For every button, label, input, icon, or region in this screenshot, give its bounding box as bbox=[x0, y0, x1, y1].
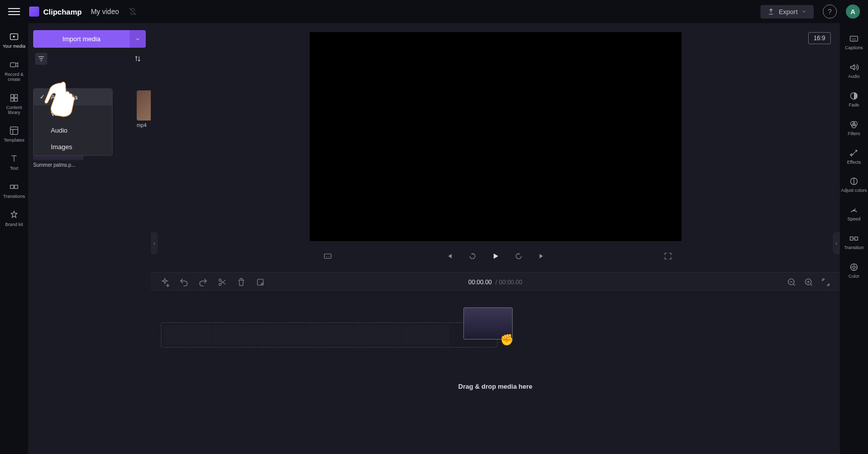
sync-off-icon[interactable] bbox=[128, 7, 137, 16]
clipchamp-logo-icon bbox=[29, 7, 39, 17]
camera-icon bbox=[9, 59, 20, 70]
preview-area: 16:9 bbox=[151, 23, 840, 272]
svg-rect-24 bbox=[850, 237, 853, 241]
import-dropdown-button[interactable] bbox=[130, 30, 146, 48]
svg-rect-7 bbox=[11, 185, 14, 189]
magic-button[interactable] bbox=[160, 277, 170, 287]
center-area: 16:9 bbox=[151, 23, 840, 454]
speed-icon bbox=[848, 204, 859, 215]
svg-point-23 bbox=[853, 210, 854, 211]
redo-button[interactable] bbox=[198, 277, 208, 287]
svg-rect-3 bbox=[15, 94, 18, 97]
svg-rect-2 bbox=[11, 94, 14, 97]
effects-icon bbox=[848, 148, 859, 159]
text-icon bbox=[9, 153, 20, 164]
play-button[interactable] bbox=[490, 250, 502, 262]
skip-forward-button[interactable] bbox=[536, 250, 548, 262]
nav-brand-kit[interactable]: Brand kit bbox=[0, 205, 28, 232]
transitions-icon bbox=[9, 181, 20, 192]
seek-back-button[interactable] bbox=[466, 250, 478, 262]
svg-rect-1 bbox=[11, 63, 16, 67]
media-icon bbox=[9, 31, 20, 42]
rail-filters[interactable]: Filters bbox=[840, 115, 868, 141]
brand-kit-icon bbox=[9, 209, 20, 220]
fullscreen-button[interactable] bbox=[662, 250, 674, 262]
nav-record-create[interactable]: Record & create bbox=[0, 55, 28, 86]
collapse-panel-button[interactable]: ‹ bbox=[151, 232, 158, 254]
rail-transition[interactable]: Transition bbox=[840, 229, 868, 255]
captions-toggle-button[interactable] bbox=[322, 250, 334, 262]
seek-forward-button[interactable] bbox=[513, 250, 525, 262]
filter-option-images[interactable]: Images bbox=[34, 139, 112, 155]
transport-controls bbox=[151, 241, 840, 269]
rail-audio[interactable]: Audio bbox=[840, 58, 868, 83]
svg-rect-5 bbox=[15, 98, 18, 101]
filter-button[interactable] bbox=[35, 53, 47, 65]
rail-adjust-colors[interactable]: Adjust colors bbox=[840, 172, 868, 197]
timeline[interactable]: ✊ Drag & drop media here bbox=[151, 292, 840, 454]
templates-icon bbox=[9, 125, 20, 136]
fade-icon bbox=[848, 90, 859, 101]
help-button[interactable]: ? bbox=[823, 5, 837, 19]
rail-captions[interactable]: CC Captions bbox=[840, 29, 868, 55]
rail-speed[interactable]: Speed bbox=[840, 200, 868, 226]
nav-text[interactable]: Text bbox=[0, 149, 28, 175]
drop-hint-text: Drag & drop media here bbox=[161, 383, 830, 390]
svg-rect-9 bbox=[324, 254, 331, 259]
svg-point-27 bbox=[853, 266, 855, 269]
app-name: Clipchamp bbox=[43, 8, 82, 16]
time-display: 00:00.00 / 00:00.00 bbox=[468, 279, 522, 286]
color-icon bbox=[848, 262, 859, 273]
video-preview[interactable] bbox=[310, 32, 682, 241]
svg-point-10 bbox=[219, 279, 221, 281]
filter-option-audio[interactable]: Audio bbox=[34, 122, 112, 139]
collapse-right-panel-button[interactable]: › bbox=[833, 232, 840, 254]
nav-templates[interactable]: Templates bbox=[0, 121, 28, 147]
transition-icon bbox=[848, 233, 859, 244]
export-button[interactable]: Export bbox=[760, 5, 814, 19]
adjust-colors-icon bbox=[848, 176, 859, 187]
left-nav-rail: Your media Record & create Content libra… bbox=[0, 23, 28, 454]
zoom-fit-button[interactable] bbox=[821, 277, 831, 287]
nav-transitions[interactable]: Transitions bbox=[0, 177, 28, 203]
rail-fade[interactable]: Fade bbox=[840, 86, 868, 112]
top-bar: Clipchamp My video Export ? A bbox=[0, 0, 868, 23]
timeline-drop-track[interactable] bbox=[161, 322, 498, 348]
app-logo[interactable]: Clipchamp bbox=[29, 7, 82, 17]
dragging-clip-thumbnail bbox=[463, 307, 513, 339]
aspect-ratio-button[interactable]: 16:9 bbox=[808, 32, 831, 44]
audio-icon bbox=[848, 62, 859, 73]
zoom-in-button[interactable] bbox=[804, 277, 814, 287]
placeholder-clips bbox=[161, 323, 497, 347]
nav-your-media[interactable]: Your media bbox=[0, 27, 28, 53]
filter-option-all-media[interactable]: All media bbox=[34, 89, 112, 105]
media-panel: Import media mp4 Summer palms.p... bbox=[28, 23, 151, 454]
rail-effects[interactable]: Effects bbox=[840, 144, 868, 169]
crop-button[interactable] bbox=[255, 277, 265, 287]
avatar[interactable]: A bbox=[846, 5, 860, 19]
project-title[interactable]: My video bbox=[91, 8, 119, 16]
svg-rect-25 bbox=[855, 237, 858, 241]
right-rail: CC Captions Audio Fade Filters Effects A… bbox=[840, 23, 868, 454]
menu-button[interactable] bbox=[8, 6, 20, 18]
total-time: 00:00.00 bbox=[499, 279, 522, 286]
delete-button[interactable] bbox=[236, 277, 246, 287]
svg-point-13 bbox=[261, 283, 263, 285]
svg-point-11 bbox=[219, 283, 221, 285]
rail-color[interactable]: Color bbox=[840, 258, 868, 283]
nav-content-library[interactable]: Content library bbox=[0, 88, 28, 120]
skip-back-button[interactable] bbox=[443, 250, 455, 262]
svg-rect-4 bbox=[11, 98, 14, 101]
library-icon bbox=[9, 92, 20, 103]
filters-icon bbox=[848, 119, 859, 130]
svg-rect-8 bbox=[15, 185, 18, 189]
split-button[interactable] bbox=[217, 277, 227, 287]
filter-dropdown: All media Video Audio Images bbox=[33, 88, 113, 156]
current-time: 00:00.00 bbox=[468, 279, 492, 286]
zoom-out-button[interactable] bbox=[787, 277, 797, 287]
undo-button[interactable] bbox=[179, 277, 189, 287]
export-label: Export bbox=[779, 8, 798, 16]
sort-button[interactable] bbox=[132, 53, 144, 65]
filter-option-video[interactable]: Video bbox=[34, 105, 112, 122]
import-media-button[interactable]: Import media bbox=[33, 30, 130, 48]
